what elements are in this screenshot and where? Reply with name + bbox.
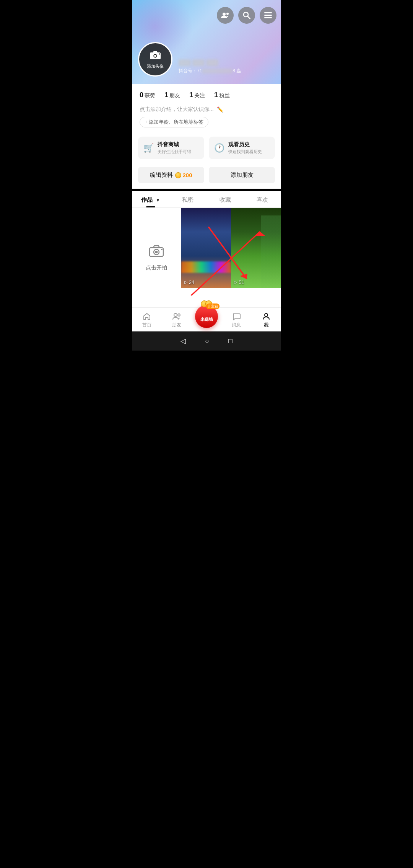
bio-placeholder: 点击添加介绍，让大家认识你...	[140, 106, 214, 113]
user-info: 抖音号：718 蟲	[179, 59, 241, 74]
back-button[interactable]: ◁	[180, 337, 186, 345]
edit-profile-button[interactable]: 编辑资料 200	[138, 167, 204, 183]
tags-btn-label: + 添加年龄、所在地等标签	[145, 119, 203, 126]
shop-card[interactable]: 🛒 抖音商城 美好生活触手可得	[138, 137, 204, 159]
likes-label: 获赞	[145, 92, 155, 99]
play-icon-1: ▷	[184, 280, 187, 285]
nav-home-label: 首页	[142, 322, 151, 328]
nav-friends[interactable]: 朋友	[162, 311, 192, 330]
bio-section: 点击添加介绍，让大家认识你... ✏️ + 添加年龄、所在地等标签	[132, 103, 281, 133]
shoot-camera-icon	[149, 244, 164, 261]
nav-friends-label: 朋友	[172, 322, 181, 328]
camera-icon	[149, 49, 161, 63]
username-blur-2	[192, 59, 205, 66]
bio-text-row[interactable]: 点击添加介绍，让大家认识你... ✏️	[140, 106, 273, 113]
stats-row: 0 获赞 1 朋友 1 关注 1 粉丝	[132, 84, 281, 103]
edit-profile-label: 编辑资料	[150, 171, 173, 179]
nav-earn-center[interactable]: 开宝箱 来赚钱	[192, 313, 221, 328]
tab-likes[interactable]: 喜欢	[244, 191, 281, 207]
svg-point-14	[161, 249, 163, 250]
recent-button[interactable]: □	[228, 337, 233, 345]
avatar-label: 添加头像	[147, 64, 164, 69]
stat-following[interactable]: 1 关注	[189, 91, 205, 99]
friends-count: 1	[164, 91, 168, 99]
following-count: 1	[189, 91, 193, 99]
coin-amount: 200	[182, 172, 192, 178]
avatar-add-button[interactable]: 添加头像	[138, 42, 172, 77]
hero-section: 添加头像 抖音号：718 蟲	[132, 0, 281, 84]
hero-profile: 添加头像 抖音号：718 蟲	[138, 42, 241, 77]
add-tags-button[interactable]: + 添加年龄、所在地等标签	[140, 117, 208, 127]
history-card[interactable]: 🕐 观看历史 快速找到观看历史	[209, 137, 275, 159]
video-grid: ▷ 24 ▷ 51	[181, 208, 281, 307]
earn-button[interactable]: 开宝箱 来赚钱	[195, 305, 218, 328]
svg-rect-4	[264, 12, 272, 13]
video-lights	[181, 261, 231, 273]
earn-badge: 开宝箱	[206, 303, 220, 309]
tab-dropdown-icon: ▼	[156, 198, 160, 202]
tab-favorites[interactable]: 收藏	[206, 191, 244, 207]
svg-point-21	[265, 313, 268, 317]
tabs-row: 作品 ▼ 私密 收藏 喜欢	[132, 191, 281, 208]
friends-button[interactable]	[217, 7, 234, 24]
following-label: 关注	[194, 92, 205, 99]
svg-point-13	[155, 251, 158, 253]
username-row	[179, 59, 241, 66]
svg-point-10	[159, 54, 160, 55]
menu-button[interactable]	[260, 7, 276, 24]
tab-private[interactable]: 私密	[169, 191, 207, 207]
play-icon-2: ▷	[234, 280, 237, 285]
system-bar: ◁ ○ □	[132, 331, 281, 351]
nav-messages-label: 消息	[232, 322, 241, 328]
add-friend-label: 添加朋友	[231, 171, 254, 179]
bottom-nav: 首页 朋友 开宝箱 来赚钱 消息 我	[132, 307, 281, 331]
add-friend-button[interactable]: 添加朋友	[209, 167, 275, 183]
clock-icon: 🕐	[214, 143, 224, 153]
svg-point-9	[154, 55, 156, 57]
earn-label: 来赚钱	[200, 317, 213, 322]
nav-profile-label: 我	[264, 322, 268, 328]
search-button[interactable]	[238, 7, 255, 24]
content-grid: 点击开拍 ▷ 24 ▷ 51	[132, 208, 281, 307]
tab-works[interactable]: 作品 ▼	[132, 191, 169, 207]
svg-point-1	[226, 13, 229, 15]
shop-subtitle: 美好生活触手可得	[158, 149, 191, 155]
history-subtitle: 快速找到观看历史	[228, 149, 262, 155]
svg-rect-5	[264, 15, 272, 16]
douyin-id: 抖音号：718 蟲	[179, 68, 241, 74]
action-buttons: 编辑资料 200 添加朋友	[132, 164, 281, 189]
empty-shoot-section[interactable]: 点击开拍	[132, 208, 181, 307]
svg-line-3	[248, 16, 250, 19]
hero-top-icons	[217, 7, 276, 24]
stat-followers[interactable]: 1 粉丝	[214, 91, 230, 99]
shop-icon: 🛒	[143, 143, 154, 153]
shop-title: 抖音商城	[158, 141, 191, 148]
svg-point-20	[178, 314, 180, 316]
douyin-id-blur	[202, 69, 233, 73]
history-title: 观看历史	[228, 141, 262, 148]
video-play-count-2: ▷ 51	[234, 279, 244, 285]
nav-home[interactable]: 首页	[132, 311, 162, 330]
nav-messages[interactable]: 消息	[221, 311, 251, 330]
video-play-count-1: ▷ 24	[184, 279, 194, 285]
shoot-label: 点击开拍	[146, 264, 167, 271]
svg-point-0	[223, 13, 226, 16]
coin-icon	[175, 172, 181, 178]
svg-point-19	[174, 313, 177, 317]
username-blur-3	[206, 59, 218, 66]
username-blur-1	[179, 59, 191, 66]
video-thumb-2[interactable]: ▷ 51	[231, 208, 281, 288]
friends-label: 朋友	[169, 92, 180, 99]
stat-friends[interactable]: 1 朋友	[164, 91, 180, 99]
svg-rect-6	[264, 17, 272, 18]
followers-label: 粉丝	[219, 92, 230, 99]
stat-likes[interactable]: 0 获赞	[140, 91, 155, 99]
video-thumb-1[interactable]: ▷ 24	[181, 208, 231, 288]
home-button[interactable]: ○	[205, 337, 209, 345]
likes-count: 0	[140, 91, 143, 99]
quick-actions: 🛒 抖音商城 美好生活触手可得 🕐 观看历史 快速找到观看历史	[132, 133, 281, 164]
followers-count: 1	[214, 91, 218, 99]
nav-profile[interactable]: 我	[251, 311, 281, 330]
edit-icon: ✏️	[217, 106, 223, 113]
